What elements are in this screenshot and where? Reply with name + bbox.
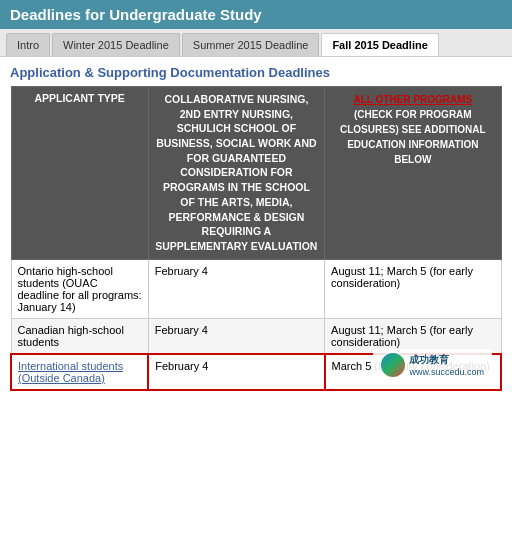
tabs-bar: Intro Winter 2015 Deadline Summer 2015 D… xyxy=(0,29,512,57)
watermark-text: 成功教育 www.succedu.com xyxy=(409,353,484,377)
content-area: Application & Supporting Documentation D… xyxy=(0,57,512,399)
watermark-line1: 成功教育 xyxy=(409,353,484,367)
watermark-line2: www.succedu.com xyxy=(409,367,484,377)
applicant-international[interactable]: International students (Outside Canada) xyxy=(11,354,148,390)
deadline-ontario-other: August 11; March 5 (for early considerat… xyxy=(325,259,501,318)
other-programs-label: ALL OTHER PROGRAMS xyxy=(353,94,472,105)
page-wrapper: Deadlines for Undergraduate Study Intro … xyxy=(0,0,512,399)
other-programs-sub: (CHECK FOR PROGRAM CLOSURES) SEE ADDITIO… xyxy=(340,109,486,165)
page-title: Deadlines for Undergraduate Study xyxy=(10,6,502,23)
tab-summer2015[interactable]: Summer 2015 Deadline xyxy=(182,33,320,56)
international-students-link[interactable]: International students (Outside Canada) xyxy=(18,360,123,384)
deadline-canadian-collaborative: February 4 xyxy=(148,318,324,354)
watermark-logo xyxy=(381,353,405,377)
watermark: 成功教育 www.succedu.com xyxy=(373,349,492,381)
col-header-applicant-type: APPLICANT TYPE xyxy=(11,87,148,260)
col-header-collaborative: COLLABORATIVE NURSING, 2ND ENTRY NURSING… xyxy=(148,87,324,260)
table-row: Ontario high-school students (OUAC deadl… xyxy=(11,259,501,318)
tab-intro[interactable]: Intro xyxy=(6,33,50,56)
col-header-other: ALL OTHER PROGRAMS (CHECK FOR PROGRAM CL… xyxy=(325,87,501,260)
applicant-canadian: Canadian high-school students xyxy=(11,318,148,354)
tab-fall2015[interactable]: Fall 2015 Deadline xyxy=(321,33,438,56)
page-header: Deadlines for Undergraduate Study xyxy=(0,0,512,29)
deadline-ontario-collaborative: February 4 xyxy=(148,259,324,318)
table-container: APPLICANT TYPE COLLABORATIVE NURSING, 2N… xyxy=(10,86,502,391)
table-header-row: APPLICANT TYPE COLLABORATIVE NURSING, 2N… xyxy=(11,87,501,260)
tab-winter2015[interactable]: Winter 2015 Deadline xyxy=(52,33,180,56)
deadlines-table: APPLICANT TYPE COLLABORATIVE NURSING, 2N… xyxy=(10,86,502,391)
applicant-ontario: Ontario high-school students (OUAC deadl… xyxy=(11,259,148,318)
deadline-international-collaborative: February 4 xyxy=(148,354,324,390)
section-title: Application & Supporting Documentation D… xyxy=(10,65,502,80)
